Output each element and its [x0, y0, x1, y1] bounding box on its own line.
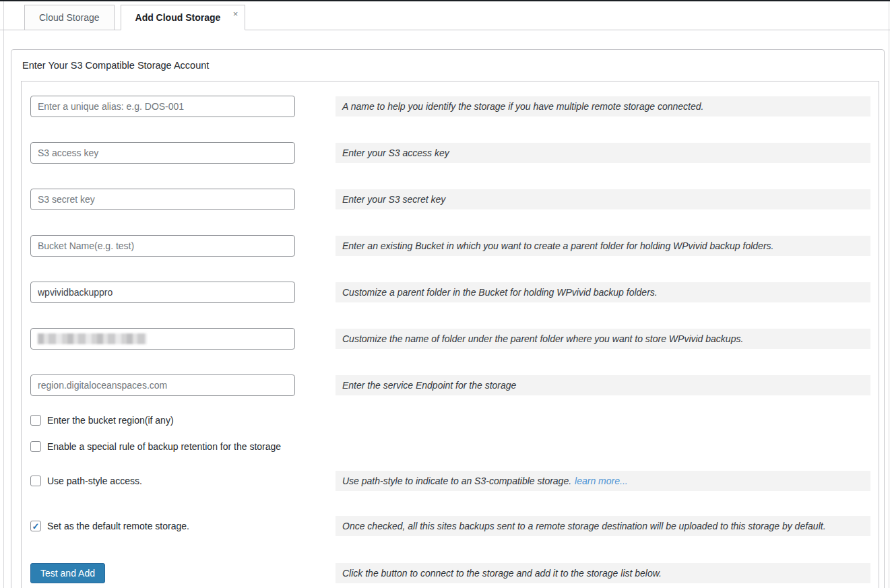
secret-key-input[interactable]: [30, 189, 295, 210]
tab-add-cloud-storage[interactable]: Add Cloud Storage ×: [121, 5, 246, 30]
retention-rule-checkbox[interactable]: [30, 441, 41, 452]
access-key-description: Enter your S3 access key: [336, 143, 870, 163]
alias-description: A name to help you identify the storage …: [336, 96, 870, 117]
s3-storage-panel: Enter Your S3 Compatible Storage Account…: [11, 49, 885, 588]
access-key-input[interactable]: [30, 142, 295, 164]
retention-rule-row: Enable a special rule of backup retentio…: [30, 441, 870, 452]
backup-folder-input[interactable]: [30, 328, 295, 350]
endpoint-description: Enter the service Endpoint for the stora…: [336, 375, 870, 395]
tab-bar: Cloud Storage Add Cloud Storage ×: [0, 1, 890, 30]
tab-cloud-storage[interactable]: Cloud Storage: [24, 5, 115, 30]
retention-rule-checkbox-label: Enable a special rule of backup retentio…: [30, 441, 281, 452]
bucket-name-description: Enter an existing Bucket in which you wa…: [336, 236, 870, 256]
parent-folder-row: Customize a parent folder in the Bucket …: [30, 282, 870, 303]
storage-form: A name to help you identify the storage …: [21, 81, 879, 588]
alias-input[interactable]: [30, 96, 295, 117]
backup-folder-description: Customize the name of folder under the p…: [336, 329, 870, 349]
learn-more-link[interactable]: learn more...: [575, 476, 628, 486]
path-style-checkbox-label: Use path-style access.: [30, 476, 142, 486]
bucket-region-checkbox[interactable]: [30, 415, 41, 426]
backup-folder-row: Customize the name of folder under the p…: [30, 328, 870, 350]
bucket-name-input[interactable]: [30, 235, 295, 257]
path-style-row: Use path-style access. Use path-style to…: [30, 471, 870, 491]
left-edge-divider: [3, 1, 4, 588]
secret-key-row: Enter your S3 secret key: [30, 189, 870, 210]
close-tab-icon[interactable]: ×: [233, 9, 239, 18]
endpoint-input[interactable]: [30, 374, 295, 396]
submit-description: Click the button to connect to the stora…: [336, 563, 870, 583]
tab-cloud-storage-label: Cloud Storage: [39, 12, 100, 23]
test-and-add-button[interactable]: Test and Add: [30, 563, 105, 583]
submit-row: Test and Add Click the button to connect…: [30, 563, 870, 583]
right-edge-divider: [889, 1, 889, 588]
bucket-name-row: Enter an existing Bucket in which you wa…: [30, 235, 870, 257]
access-key-row: Enter your S3 access key: [30, 142, 870, 164]
bucket-region-checkbox-label: Enter the bucket region(if any): [30, 415, 174, 426]
tab-add-cloud-storage-label: Add Cloud Storage: [135, 12, 221, 23]
path-style-checkbox[interactable]: [30, 476, 41, 486]
path-style-description: Use path-style to indicate to an S3-comp…: [336, 471, 870, 491]
alias-row: A name to help you identify the storage …: [30, 96, 870, 117]
default-storage-checkbox-label: ✓ Set as the default remote storage.: [30, 521, 189, 531]
parent-folder-description: Customize a parent folder in the Bucket …: [336, 282, 870, 302]
endpoint-row: Enter the service Endpoint for the stora…: [30, 374, 870, 396]
panel-heading: Enter Your S3 Compatible Storage Account: [22, 60, 879, 71]
bucket-region-row: Enter the bucket region(if any): [30, 415, 870, 426]
parent-folder-input[interactable]: [30, 282, 295, 303]
secret-key-description: Enter your S3 secret key: [336, 189, 870, 209]
default-storage-row: ✓ Set as the default remote storage. Onc…: [30, 516, 870, 536]
default-storage-checkbox[interactable]: ✓: [30, 521, 41, 531]
default-storage-description: Once checked, all this sites backups sen…: [336, 516, 870, 536]
